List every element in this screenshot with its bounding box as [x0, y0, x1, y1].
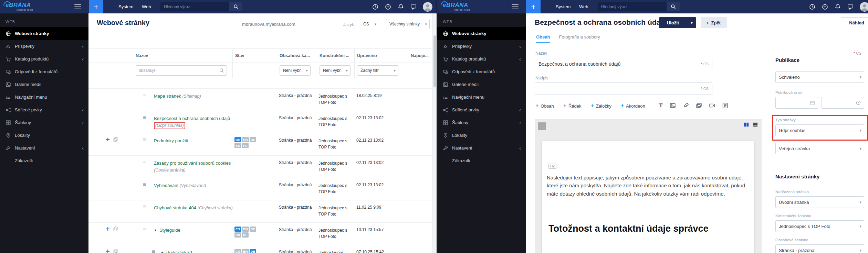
save-button[interactable]: Uložit	[659, 17, 696, 28]
preview-paragraph[interactable]: Následující text popisuje, jakým způsobe…	[547, 174, 749, 198]
video-icon[interactable]	[709, 102, 715, 109]
tab-fotografie-a-soubory[interactable]: Fotografie a soubory	[559, 34, 600, 43]
page-link[interactable]: Podstránka 1	[166, 250, 193, 253]
page-link[interactable]: Podmínky použití	[154, 138, 188, 143]
expand-icon[interactable]: ▶	[161, 251, 164, 253]
sidebar-item-galerie-medii[interactable]: Galerie médií	[0, 78, 88, 91]
page-link[interactable]: Bezpečnost a ochrana osobních údajů	[154, 116, 230, 121]
menu-web[interactable]: Web	[142, 0, 151, 13]
parent-page-select[interactable]: Úvodní stránka	[775, 196, 864, 208]
sidebar-item-nastaveni[interactable]: Nastavení‹	[0, 142, 88, 154]
text-icon[interactable]: T	[659, 102, 663, 109]
sidebar-item-odpovedi-z-formularu[interactable]: Odpovědi z formulářů	[0, 65, 88, 78]
page-canvas[interactable]: H2 Následující text popisuje, jakým způs…	[542, 141, 754, 253]
sidebar-item-katalog-produktu[interactable]: Katalog produktů‹	[0, 53, 88, 65]
name-filter-input[interactable]	[136, 68, 217, 73]
sidebar-item-lokality[interactable]: Lokality	[0, 129, 88, 142]
visibility-select[interactable]: Veřejná stránka	[775, 143, 864, 154]
history-icon[interactable]	[372, 3, 379, 10]
block-drag-handle[interactable]	[538, 122, 546, 130]
quick-add-button[interactable]: +	[89, 0, 103, 13]
add-akordeon-button[interactable]: Akordeon	[621, 103, 645, 109]
drag-handle-icon[interactable]	[143, 92, 146, 98]
sidebar-item-sdilene-prvky[interactable]: Sdílené prvky‹	[0, 103, 88, 116]
sidebar-item-webove-stranky[interactable]: Webové stránky	[437, 27, 526, 40]
drag-handle-icon[interactable]	[143, 226, 146, 232]
drag-handle-icon[interactable]	[143, 114, 146, 121]
menu-system[interactable]: System	[556, 0, 571, 13]
sidebar-item-zakaznik[interactable]: Zákazník	[437, 154, 526, 167]
ebrana-logo[interactable]: eBRÁNA internet tools	[443, 2, 488, 12]
global-search-input[interactable]	[598, 2, 667, 11]
quick-add-button[interactable]: +	[526, 0, 541, 13]
ebrana-logo[interactable]: eBRÁNA internet tools	[6, 2, 50, 12]
drag-handle-icon[interactable]	[143, 204, 146, 210]
back-button[interactable]: Zpět	[701, 17, 727, 28]
tab-obsah[interactable]: Obsah	[536, 34, 550, 43]
add-circle-icon[interactable]	[385, 3, 391, 10]
notifications-icon[interactable]	[834, 3, 841, 10]
scrollbar-thumb[interactable]	[433, 35, 436, 87]
search-button[interactable]	[667, 2, 680, 11]
construction-filter-select[interactable]: Není vybr.	[320, 65, 351, 76]
heading-field-input[interactable]	[535, 83, 712, 95]
language-select[interactable]: CS	[360, 19, 379, 29]
menu-toggle-icon[interactable]	[74, 4, 81, 11]
sidebar-item-odpovedi-z-formularu[interactable]: Odpovědi z formulářů	[437, 65, 526, 78]
add-circle-icon[interactable]	[822, 3, 828, 10]
attachment-icon[interactable]	[683, 102, 689, 109]
drag-handle-icon[interactable]	[143, 182, 146, 188]
sidebar-item-webove-stranky[interactable]: Webové stránky	[0, 27, 88, 40]
copy-page-icon[interactable]	[113, 226, 118, 231]
drag-handle-icon[interactable]	[143, 137, 146, 143]
published-from-date-input[interactable]	[775, 97, 818, 109]
global-search-input[interactable]	[160, 2, 229, 11]
page-link[interactable]: Chybová stránka 404	[154, 205, 196, 210]
published-from-time-input[interactable]	[822, 97, 864, 109]
copy-page-icon[interactable]	[113, 137, 118, 142]
form-icon[interactable]	[722, 102, 728, 109]
user-avatar[interactable]	[423, 2, 432, 12]
page-link[interactable]: Styleguide	[159, 228, 180, 233]
add-zalozky-button[interactable]: Záložky	[591, 103, 611, 109]
search-button[interactable]	[229, 2, 242, 11]
gallery-icon[interactable]	[696, 102, 702, 109]
layout-rows-icon[interactable]	[752, 122, 758, 128]
image-icon[interactable]	[670, 102, 676, 109]
generic-filter-select[interactable]: Žádný filtr	[357, 65, 398, 76]
menu-system[interactable]: System	[118, 0, 133, 13]
preview-button[interactable]: Náhled	[841, 17, 868, 28]
sidebar-item-prispevky[interactable]: Příspěvky‹	[0, 40, 88, 53]
add-page-icon[interactable]	[106, 227, 110, 231]
sidebar-item-navigacni-menu[interactable]: Navigační menu	[0, 91, 88, 103]
chat-icon[interactable]	[410, 3, 417, 10]
add-obsah-button[interactable]: Obsah	[535, 103, 554, 109]
page-type-select[interactable]: Gdpr souhlas	[775, 124, 864, 136]
sidebar-item-navigacni-menu[interactable]: Navigační menu	[437, 91, 526, 103]
collapse-icon[interactable]: ▼	[154, 229, 157, 232]
menu-toggle-icon[interactable]	[512, 4, 519, 11]
construction-template-select[interactable]: Jednosloupec s TOP Foto	[775, 220, 864, 232]
add-radek-button[interactable]: Řádek	[563, 103, 582, 109]
content-template-select[interactable]: Stránka - prázdná	[775, 244, 864, 253]
user-avatar[interactable]	[860, 2, 868, 12]
history-icon[interactable]	[809, 3, 816, 10]
page-link[interactable]: Vyhledávání	[154, 183, 178, 188]
pages-filter-select[interactable]: Všechny stránky	[386, 19, 430, 29]
layout-columns-icon[interactable]	[743, 122, 749, 128]
sidebar-item-lokality[interactable]: Lokality	[437, 129, 526, 142]
sidebar-item-katalog-produktu[interactable]: Katalog produktů‹	[437, 53, 526, 65]
page-link[interactable]: Mapa stránek	[154, 94, 181, 99]
name-field-input[interactable]	[535, 58, 712, 70]
vertical-scrollbar[interactable]	[432, 13, 437, 253]
sidebar-item-prispevky[interactable]: Příspěvky‹	[437, 40, 526, 53]
add-page-icon[interactable]	[106, 249, 110, 253]
sidebar-item-nastaveni[interactable]: Nastavení‹	[437, 142, 526, 154]
save-dropdown-chevron-icon[interactable]	[687, 21, 696, 25]
sidebar-item-sablony[interactable]: Šablony‹	[0, 116, 88, 129]
sidebar-item-galerie-medii[interactable]: Galerie médií	[437, 78, 526, 91]
notifications-icon[interactable]	[397, 3, 404, 10]
add-page-icon[interactable]	[106, 137, 110, 142]
template-filter-select[interactable]: Není vybr.	[280, 65, 311, 76]
menu-web[interactable]: Web	[579, 0, 588, 13]
